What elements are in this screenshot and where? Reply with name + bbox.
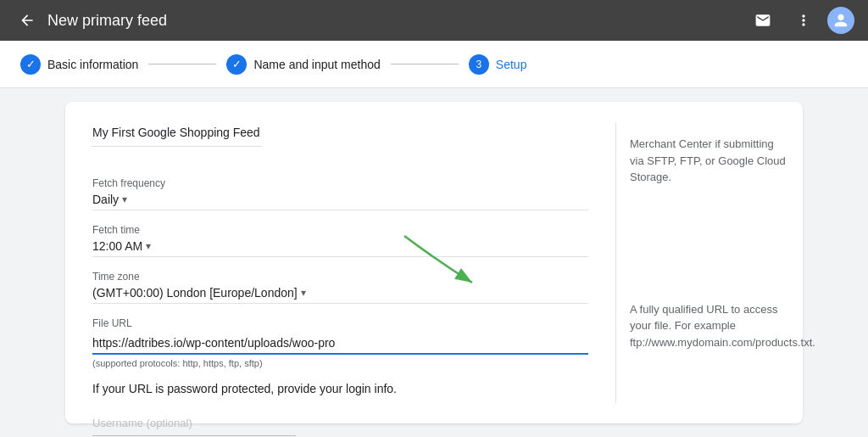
step-3-label: Setup	[496, 58, 527, 71]
step-2-label: Name and input method	[253, 58, 380, 71]
username-group	[92, 409, 588, 437]
main-content: My First Google Shopping Feed Fetch freq…	[0, 88, 868, 437]
fetch-frequency-value: Daily	[92, 193, 119, 206]
fetch-time-value: 12:00 AM	[92, 239, 142, 253]
time-zone-label: Time zone	[92, 271, 588, 283]
time-zone-divider	[92, 303, 588, 304]
avatar[interactable]	[827, 7, 854, 34]
step-basic-information[interactable]: Basic information	[20, 54, 138, 75]
topbar: New primary feed	[0, 0, 868, 41]
fetch-time-arrow-icon: ▾	[146, 240, 151, 252]
step-name-method[interactable]: Name and input method	[226, 54, 380, 75]
password-note-group: If your URL is password protected, provi…	[92, 382, 588, 395]
step-1-circle	[20, 54, 41, 75]
fetch-frequency-group: Fetch frequency Daily ▾	[92, 177, 588, 210]
back-button[interactable]	[14, 7, 41, 34]
time-zone-group: Time zone (GMT+00:00) London [Europe/Lon…	[92, 271, 588, 304]
form-card: My First Google Shopping Feed Fetch freq…	[65, 102, 803, 423]
fetch-time-label: Fetch time	[92, 224, 588, 236]
step-2-circle	[226, 54, 247, 75]
time-zone-value: (GMT+00:00) London [Europe/London]	[92, 286, 298, 300]
mail-button[interactable]	[746, 3, 780, 37]
file-url-value[interactable]: https://adtribes.io/wp-content/uploads/w…	[92, 333, 588, 355]
fetch-frequency-dropdown[interactable]: Daily ▾	[92, 193, 588, 206]
stepper: Basic information Name and input method …	[0, 41, 868, 88]
feed-name-value: My First Google Shopping Feed	[92, 122, 262, 147]
page-title: New primary feed	[47, 12, 746, 30]
fetch-frequency-divider	[92, 210, 588, 210]
form-left: My First Google Shopping Feed Fetch freq…	[65, 122, 616, 403]
fetch-time-group: Fetch time 12:00 AM ▾	[92, 224, 588, 257]
fetch-frequency-arrow-icon: ▾	[122, 193, 127, 205]
step-divider-1	[148, 64, 216, 64]
fetch-frequency-label: Fetch frequency	[92, 177, 588, 189]
step-1-label: Basic information	[47, 58, 138, 71]
feed-name-group: My First Google Shopping Feed	[92, 122, 588, 164]
fetch-time-dropdown[interactable]: 12:00 AM ▾	[92, 239, 588, 253]
step-3-circle: 3	[469, 54, 489, 75]
fetch-time-divider	[92, 256, 588, 257]
step-setup[interactable]: 3 Setup	[469, 54, 527, 75]
file-url-group: File URL https://adtribes.io/wp-content/…	[92, 317, 588, 368]
step-divider-2	[391, 64, 459, 64]
more-button[interactable]	[787, 3, 821, 37]
supported-protocols: (supported protocols: http, https, ftp, …	[92, 358, 588, 368]
time-zone-arrow-icon: ▾	[301, 287, 306, 299]
topbar-actions	[746, 3, 854, 37]
username-input[interactable]	[92, 409, 296, 436]
right-note-top: Merchant Center if submitting via SFTP, …	[630, 122, 789, 199]
time-zone-dropdown[interactable]: (GMT+00:00) London [Europe/London] ▾	[92, 286, 588, 300]
right-note-bottom: A fully qualified URL to access your fil…	[630, 301, 789, 351]
form-right: Merchant Center if submitting via SFTP, …	[616, 122, 803, 403]
password-note: If your URL is password protected, provi…	[92, 382, 588, 395]
file-url-label: File URL	[92, 317, 588, 329]
